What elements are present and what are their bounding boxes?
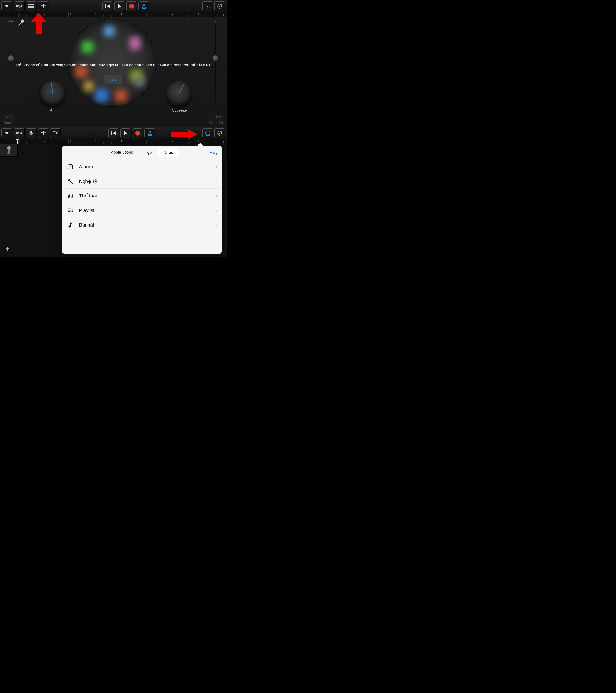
record-button[interactable]	[126, 1, 137, 11]
track-controls-button[interactable]	[38, 128, 49, 138]
popover-header: Apple Loops Tệp Nhạc Hủy	[62, 146, 222, 159]
settings-button[interactable]	[214, 128, 225, 138]
ruler-mark: 2	[44, 139, 45, 142]
off-label: Tắt	[209, 114, 224, 121]
tab-apple-loops[interactable]: Apple Loops	[105, 148, 139, 157]
svg-marker-15	[118, 4, 121, 8]
svg-line-61	[221, 135, 222, 135]
tracks-view-button[interactable]	[26, 1, 37, 11]
svg-line-28	[221, 7, 222, 8]
tone-knob-label: Âm	[50, 108, 56, 113]
mic-instrument-button[interactable]	[26, 128, 37, 138]
play-button[interactable]	[120, 128, 131, 138]
row-label: Album	[79, 164, 211, 170]
chevron-right-icon: ›	[216, 222, 217, 228]
channel-label: Kênh	[3, 121, 11, 125]
loop-browser-button[interactable]	[202, 1, 213, 11]
ruler-mark: 3	[69, 139, 71, 142]
svg-point-44	[43, 133, 44, 135]
loop-browser-button[interactable]	[202, 128, 213, 138]
fx-button[interactable]: FX	[50, 128, 61, 138]
ok-button[interactable]: OK	[104, 75, 122, 84]
artist-icon	[67, 178, 74, 184]
svg-rect-4	[28, 4, 34, 5]
svg-text:♫: ♫	[69, 165, 72, 169]
metronome-button[interactable]	[138, 1, 150, 11]
ruler-mark: 6	[146, 12, 148, 15]
callout-arrow-icon	[171, 129, 198, 140]
list-item-songs[interactable]: Bài hát ›	[62, 218, 222, 232]
add-section-icon[interactable]: ＋	[222, 140, 225, 144]
rewind-button[interactable]	[108, 128, 119, 138]
chevron-right-icon: ›	[216, 164, 217, 170]
music-category-list: ♫ Album › Nghệ sỹ › Thể loại › Playlist …	[62, 159, 222, 232]
svg-marker-0	[5, 5, 9, 7]
input-label: VÀO	[8, 19, 14, 22]
add-track-button[interactable]: ＋	[3, 243, 12, 253]
play-button[interactable]	[114, 1, 125, 11]
svg-line-63	[218, 135, 218, 135]
svg-marker-14	[107, 4, 110, 8]
svg-rect-6	[28, 7, 34, 8]
svg-line-30	[218, 7, 218, 8]
svg-point-2	[18, 5, 20, 7]
svg-rect-67	[8, 149, 10, 153]
squeeze-knob[interactable]	[166, 81, 192, 107]
row-label: Nghệ sỹ	[79, 178, 211, 184]
ruler-mark: 7	[172, 12, 173, 15]
output-slider[interactable]: RA	[211, 19, 220, 105]
svg-rect-68	[7, 153, 11, 154]
row-label: Bài hát	[79, 222, 211, 228]
row-label: Thể loại	[79, 193, 211, 199]
ruler-mark: 1	[18, 12, 20, 15]
input-slider[interactable]: VÀO	[7, 19, 16, 105]
ruler-mark: 3	[69, 12, 71, 15]
guide-text: Trỏ iPhone của bạn hướng vào âm thanh bạ…	[11, 62, 216, 68]
cancel-button[interactable]: Hủy	[210, 150, 218, 155]
my-songs-button[interactable]	[1, 128, 12, 138]
record-button[interactable]	[132, 128, 143, 138]
svg-marker-34	[31, 13, 46, 34]
svg-rect-36	[16, 132, 18, 134]
song-icon	[67, 222, 74, 228]
mic-label: Mic	[3, 114, 14, 121]
browser-view-button[interactable]	[14, 128, 25, 138]
microphone-icon	[5, 146, 12, 155]
track-controls-button[interactable]	[38, 1, 49, 11]
svg-point-16	[129, 4, 134, 8]
metronome-button[interactable]	[144, 128, 155, 138]
svg-marker-35	[5, 132, 9, 134]
svg-rect-39	[30, 131, 32, 134]
list-item-genre[interactable]: Thể loại ›	[62, 189, 222, 203]
rewind-button[interactable]	[102, 1, 113, 11]
svg-rect-1	[16, 5, 18, 7]
svg-rect-5	[28, 6, 34, 7]
tone-knob[interactable]	[40, 81, 65, 107]
ruler-bottom[interactable]: 1 2 3 4 5 6 7 8 ＋	[0, 139, 226, 144]
tab-files[interactable]: Tệp	[139, 148, 158, 157]
source-tabs[interactable]: Apple Loops Tệp Nhạc	[105, 148, 179, 157]
svg-line-27	[218, 4, 218, 5]
svg-point-37	[18, 132, 20, 134]
svg-marker-69	[171, 129, 197, 139]
svg-marker-48	[113, 132, 116, 135]
svg-marker-65	[16, 139, 19, 141]
list-item-playlist[interactable]: Playlist ›	[62, 203, 222, 218]
svg-point-12	[44, 4, 46, 6]
track-header[interactable]	[0, 144, 18, 157]
add-section-icon[interactable]: ＋	[222, 13, 225, 17]
list-item-album[interactable]: ♫ Album ›	[62, 159, 222, 174]
tab-music[interactable]: Nhạc	[158, 148, 179, 157]
list-item-artist[interactable]: Nghệ sỹ ›	[62, 174, 222, 189]
plug-icon[interactable]	[18, 19, 25, 27]
toolbar-top	[0, 0, 226, 12]
output-label: RA	[213, 19, 218, 22]
my-songs-button[interactable]	[1, 1, 12, 11]
svg-point-54	[205, 131, 210, 135]
settings-button[interactable]	[214, 1, 225, 11]
svg-rect-13	[105, 4, 106, 8]
channel-footer: Mic Kênh	[0, 112, 17, 127]
browser-view-button[interactable]	[14, 1, 25, 11]
svg-rect-38	[21, 132, 22, 134]
monitor-footer: Tắt Giám Sát	[206, 112, 226, 127]
